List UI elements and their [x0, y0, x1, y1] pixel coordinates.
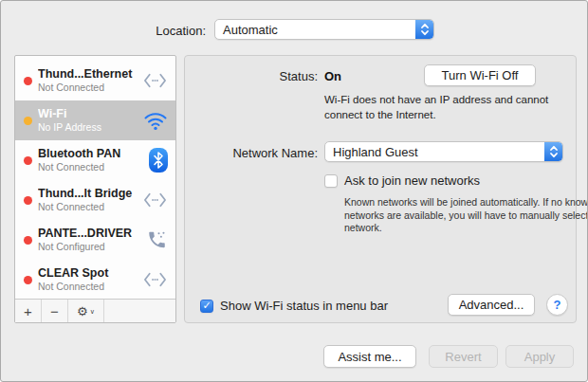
status-label: Status: — [185, 69, 318, 83]
sidebar-toolbar: + − ⚙ ∨ — [15, 299, 175, 322]
ask-join-label: Ask to join new networks — [344, 173, 480, 188]
status-dot — [24, 276, 32, 284]
ask-join-checkbox[interactable]: ✓ — [324, 174, 338, 188]
status-dot — [24, 77, 32, 85]
popup-stepper-icon — [415, 20, 433, 39]
interface-status: Not Connected — [38, 82, 138, 94]
interface-name: PANTE...DRIVER — [38, 227, 142, 242]
status-value: On — [324, 69, 341, 83]
status-description: Wi-Fi does not have an IP address and ca… — [324, 93, 561, 122]
phone-icon — [146, 229, 168, 250]
checkmark-icon: ✓ — [202, 300, 211, 311]
interface-status: Not Configured — [38, 241, 142, 253]
sidebar-item-thunderbolt-bridge[interactable]: Thund...lt Bridge Not Connected — [15, 180, 175, 220]
apply-button: Apply — [505, 345, 574, 368]
gear-icon: ⚙ — [77, 304, 88, 318]
sidebar-item-thunderbolt-ethernet[interactable]: Thund...Ethernet Not Connected — [15, 61, 175, 100]
interface-name: CLEAR Spot — [38, 266, 138, 282]
bluetooth-icon — [149, 148, 168, 173]
remove-interface-button[interactable]: − — [42, 300, 68, 322]
interfaces-sidebar: Thund...Ethernet Not Connected Wi-Fi No … — [14, 55, 176, 323]
network-name-popup[interactable]: Highland Guest — [324, 141, 563, 162]
network-preferences-window: Location: Automatic Thund...Ethernet Not… — [0, 0, 588, 382]
location-label: Location: — [156, 24, 206, 38]
location-popup-value: Automatic — [215, 23, 415, 37]
popup-stepper-icon — [544, 142, 562, 161]
interface-status: No IP Address — [38, 121, 139, 134]
interface-status: Not Connected — [38, 201, 138, 213]
advanced-button[interactable]: Advanced... — [448, 294, 535, 316]
wifi-settings-panel: Status: On Turn Wi-Fi Off Wi-Fi does not… — [184, 55, 577, 323]
show-wifi-checkbox[interactable]: ✓ — [200, 300, 213, 313]
wifi-icon — [143, 111, 168, 131]
status-dot — [24, 196, 32, 205]
help-button[interactable]: ? — [546, 294, 568, 316]
ask-join-row: ✓ Ask to join new networks — [324, 173, 480, 188]
sidebar-item-bluetooth-pan[interactable]: Bluetooth PAN Not Connected — [15, 140, 175, 180]
network-name-value: Highland Guest — [325, 145, 544, 159]
revert-button: Revert — [429, 345, 498, 368]
sidebar-item-clear-spot[interactable]: CLEAR Spot Not Connected — [15, 260, 175, 300]
sidebar-item-wifi[interactable]: Wi-Fi No IP Address — [15, 100, 175, 140]
show-wifi-row: ✓ Show Wi-Fi status in menu bar — [200, 299, 388, 313]
interface-status: Not Connected — [38, 161, 145, 173]
add-interface-button[interactable]: + — [15, 300, 42, 322]
interface-name: Thund...Ethernet — [38, 67, 138, 82]
status-dot — [24, 156, 32, 165]
turn-wifi-off-button[interactable]: Turn Wi-Fi Off — [424, 64, 536, 86]
status-dot — [24, 236, 32, 245]
location-popup[interactable]: Automatic — [214, 19, 434, 40]
interface-status: Not Connected — [38, 281, 138, 293]
join-help-text: Known networks will be joined automatica… — [344, 196, 588, 235]
network-name-label: Network Name: — [185, 146, 318, 160]
actions-menu-button[interactable]: ⚙ ∨ — [68, 300, 104, 322]
ethernet-icon — [142, 72, 168, 89]
chevron-down-icon: ∨ — [90, 308, 95, 316]
assist-me-button[interactable]: Assist me... — [323, 345, 416, 368]
ethernet-icon — [142, 271, 168, 288]
ethernet-icon — [142, 191, 168, 209]
interface-name: Thund...lt Bridge — [38, 187, 138, 202]
interface-name: Bluetooth PAN — [38, 147, 145, 162]
interface-name: Wi-Fi — [38, 107, 139, 122]
status-dot — [24, 117, 32, 125]
sidebar-item-pantech-driver[interactable]: PANTE...DRIVER Not Configured — [15, 220, 175, 260]
show-wifi-label: Show Wi-Fi status in menu bar — [220, 299, 388, 313]
